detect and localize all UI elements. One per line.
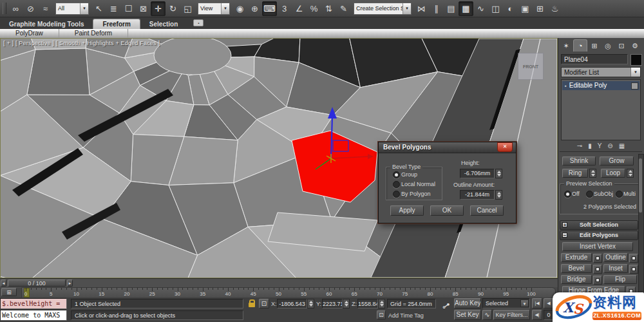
rendered-frame-window-icon[interactable]: ⊞ xyxy=(533,1,547,16)
x-coordinate-field[interactable]: -1806.543 xyxy=(277,299,307,308)
bevel-button[interactable]: Bevel xyxy=(561,264,592,273)
mirror-icon[interactable]: ⋈ xyxy=(414,1,429,16)
flip-button[interactable]: Flip xyxy=(603,275,637,284)
auto-key-button[interactable]: Auto Key xyxy=(454,298,481,308)
render-production-icon[interactable]: ♨ xyxy=(547,1,562,16)
subtab-paint-deform[interactable]: Paint Deform xyxy=(59,29,128,38)
panel-scrollbar-thumb[interactable] xyxy=(639,158,642,213)
apply-button[interactable]: Apply xyxy=(390,205,424,216)
insert-vertex-button[interactable]: Insert Vertex xyxy=(562,242,633,251)
motion-tab-icon[interactable]: ◎ xyxy=(601,40,614,52)
spinner-snap-icon[interactable]: ⇅ xyxy=(321,1,336,16)
add-time-tag[interactable]: Add Time Tag xyxy=(388,312,424,319)
display-tab-icon[interactable]: ⊡ xyxy=(615,40,628,52)
graphite-ribbon-toggle-icon[interactable]: ▦ xyxy=(459,1,473,16)
soft-selection-rollout-header[interactable]: + Soft Selection xyxy=(560,220,638,230)
outline-spinner[interactable] xyxy=(495,190,502,200)
key-filters-button[interactable]: Key Filters... xyxy=(493,310,530,320)
maxscript-listener-field[interactable]: Welcome to MAXS xyxy=(0,310,67,321)
set-key-curve-icon[interactable]: ∿ xyxy=(482,310,492,320)
panel-scrollbar[interactable] xyxy=(638,154,644,294)
select-and-scale-icon[interactable]: ◱ xyxy=(180,1,195,16)
grow-button[interactable]: Grow xyxy=(600,156,634,166)
inset-settings-button[interactable] xyxy=(629,265,638,274)
x-spinner[interactable] xyxy=(307,299,314,308)
macro-recorder-field[interactable]: $.bevelHeight = xyxy=(0,298,67,309)
time-slider-prev-button[interactable]: ◄ xyxy=(1,279,6,287)
close-icon[interactable]: ✕ xyxy=(497,142,513,152)
edit-named-selection-sets-icon[interactable]: ✎ xyxy=(336,1,351,16)
preview-off-radio[interactable] xyxy=(564,191,571,198)
show-end-result-icon[interactable]: ▮ xyxy=(588,142,592,151)
visibility-toggle-icon[interactable] xyxy=(631,82,638,90)
bevel-by-polygon-radio[interactable] xyxy=(393,191,400,198)
make-unique-icon[interactable]: Y xyxy=(598,142,602,151)
z-spinner[interactable] xyxy=(378,299,385,308)
layer-manager-icon[interactable]: ▤ xyxy=(444,1,459,16)
height-field[interactable]: -6.706mm xyxy=(460,169,495,178)
snaps-toggle-icon[interactable]: 3 xyxy=(277,1,292,16)
object-color-swatch[interactable] xyxy=(630,54,642,66)
ring-button[interactable]: Ring xyxy=(562,169,588,178)
outline-button[interactable]: Outline xyxy=(603,253,628,262)
percent-snap-icon[interactable]: % xyxy=(307,1,321,16)
go-to-start-button[interactable]: |◀ xyxy=(532,298,542,308)
configure-modifier-sets-icon[interactable]: ▦ xyxy=(619,142,625,151)
open-mini-curve-editor-button[interactable]: ⊞ xyxy=(1,288,17,296)
tab-graphite-modeling-tools[interactable]: Graphite Modeling Tools xyxy=(0,19,93,29)
subtab-polydraw[interactable]: PolyDraw xyxy=(0,29,59,38)
extrude-settings-button[interactable] xyxy=(593,254,602,263)
bevel-settings-button[interactable] xyxy=(593,265,602,274)
key-step-button[interactable]: ◀| xyxy=(532,310,542,320)
track-bar[interactable]: 0510152025303540455055606570758085909510… xyxy=(21,287,556,298)
window-crossing-icon[interactable]: ⊠ xyxy=(136,1,151,16)
object-name-field[interactable]: Plane04 xyxy=(561,54,628,64)
select-object-icon[interactable]: ↖ xyxy=(91,1,106,16)
named-selection-sets-dropdown[interactable]: Create Selection Se▼ xyxy=(354,3,412,15)
preview-multi-radio[interactable] xyxy=(616,191,623,198)
utilities-tab-icon[interactable]: ⚙ xyxy=(629,40,641,52)
outline-amount-field[interactable]: -21.844m xyxy=(460,190,495,200)
loop-spinner[interactable] xyxy=(627,169,634,178)
select-and-rotate-icon[interactable]: ↻ xyxy=(166,1,180,16)
z-coordinate-field[interactable]: 1558.845m xyxy=(357,299,378,308)
time-tag-icon[interactable]: ⊡ xyxy=(377,310,386,319)
bevel-local-normal-radio[interactable] xyxy=(393,181,400,188)
select-and-manipulate-icon[interactable]: ⊕ xyxy=(247,1,262,16)
use-pivot-point-icon[interactable]: ◉ xyxy=(232,1,247,16)
select-and-link-icon[interactable]: ∞ xyxy=(8,1,23,16)
render-setup-icon[interactable]: ▣ xyxy=(518,1,533,16)
schematic-view-icon[interactable]: ◫ xyxy=(488,1,503,16)
curve-editor-icon[interactable]: ∿ xyxy=(473,1,488,16)
inset-button[interactable]: Inset xyxy=(603,264,628,273)
stack-item-editable-poly[interactable]: ▪Editable Poly xyxy=(562,81,639,90)
ring-spinner[interactable] xyxy=(589,169,596,178)
ribbon-minimize-icon[interactable]: ▪ xyxy=(193,19,204,26)
preview-subobj-radio[interactable] xyxy=(586,191,593,198)
y-coordinate-field[interactable]: 2223.716m xyxy=(322,299,343,308)
toolbar-grip[interactable] xyxy=(3,3,6,14)
cancel-button[interactable]: Cancel xyxy=(470,205,504,216)
tab-selection[interactable]: Selection xyxy=(140,19,187,29)
keyboard-shortcut-override-icon[interactable]: ⌨ xyxy=(262,1,277,16)
bridge-settings-button[interactable] xyxy=(593,276,602,285)
unlink-selection-icon[interactable]: ⊘ xyxy=(23,1,38,16)
reference-coordinate-dropdown[interactable]: View▼ xyxy=(198,3,230,15)
remove-modifier-icon[interactable]: ⊖ xyxy=(607,142,612,151)
y-spinner[interactable] xyxy=(343,299,350,308)
bind-to-space-warp-icon[interactable]: ≈ xyxy=(38,1,53,16)
time-slider-handle[interactable]: 0 / 100 xyxy=(8,279,66,287)
ok-button[interactable]: OK xyxy=(430,205,464,216)
extrude-button[interactable]: Extrude xyxy=(561,253,592,262)
key-mode-dropdown[interactable]: Selected ▼ xyxy=(482,298,530,308)
viewport-label[interactable]: [ + ] [ Perspective ] [ Smooth + Highlig… xyxy=(3,40,160,46)
modify-tab-icon[interactable]: ◔ xyxy=(573,39,587,52)
set-key-button[interactable]: Set Key xyxy=(454,310,481,320)
shrink-button[interactable]: Shrink xyxy=(562,156,596,166)
dialog-title-bar[interactable]: Bevel Polygons xyxy=(379,142,516,153)
time-slider-next-button[interactable]: ► xyxy=(67,279,73,287)
select-and-move-icon[interactable]: ✛ xyxy=(151,1,166,16)
angle-snap-icon[interactable]: ∠ xyxy=(292,1,307,16)
select-by-name-icon[interactable]: ≣ xyxy=(106,1,121,16)
height-spinner[interactable] xyxy=(495,169,502,178)
